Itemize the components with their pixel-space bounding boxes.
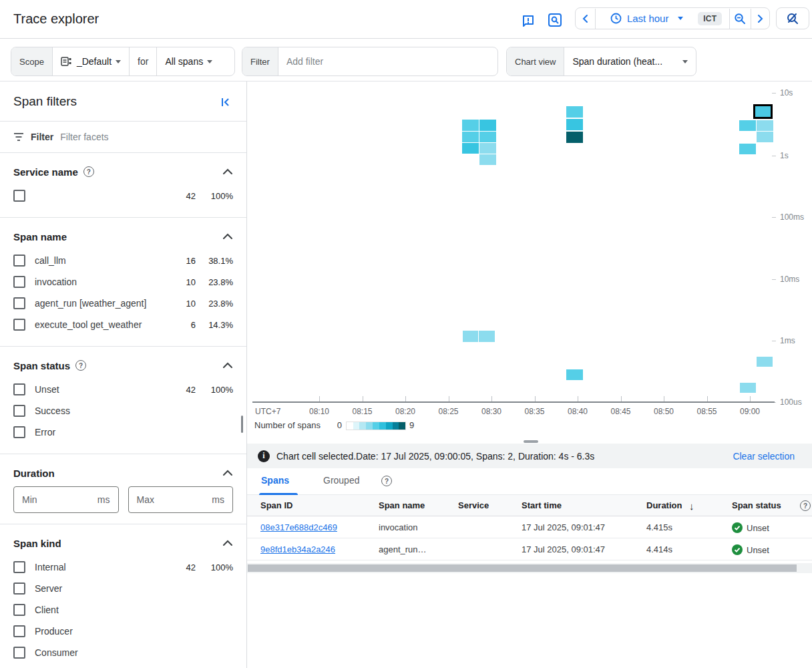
x-axis-label: 08:45 xyxy=(610,407,630,416)
facet-checkbox[interactable] xyxy=(13,255,25,267)
collapse-section-icon[interactable] xyxy=(222,233,233,240)
sidebar-scrollbar[interactable] xyxy=(241,415,243,433)
heatmap-cell[interactable] xyxy=(462,120,479,131)
time-range-dropdown[interactable]: Last hour xyxy=(596,8,698,29)
facet-section-header: Span status? xyxy=(13,357,233,373)
table-row[interactable]: 9e8fd1eb34a2a246agent_run…17 Jul 2025, 0… xyxy=(247,538,812,560)
heatmap-cell[interactable] xyxy=(479,120,496,131)
facet-sections: Service name?42100%Span namecall_llm1638… xyxy=(0,153,246,668)
zoom-disabled-button[interactable] xyxy=(776,7,809,29)
scope-label: Scope xyxy=(11,47,53,75)
chart-view-dropdown[interactable]: Span duration (heat... xyxy=(564,47,696,75)
duration-min-input[interactable]: Minms xyxy=(13,486,119,513)
span-scope-dropdown[interactable]: All spans xyxy=(156,47,220,75)
facet-checkbox[interactable] xyxy=(13,276,25,288)
facet-checkbox[interactable] xyxy=(13,405,25,417)
heatmap-cell[interactable] xyxy=(462,143,479,154)
sort-desc-icon[interactable]: ↓ xyxy=(689,500,694,512)
collapse-section-icon[interactable] xyxy=(222,470,233,476)
col-service[interactable]: Service xyxy=(458,500,489,510)
col-start-time[interactable]: Start time xyxy=(522,500,562,510)
facet-section-title: Span name xyxy=(13,231,67,242)
facet-checkbox[interactable] xyxy=(13,604,25,616)
heatmap-cell[interactable] xyxy=(566,132,583,143)
table-row[interactable]: 08e317e688d2c469invocation17 Jul 2025, 0… xyxy=(247,516,812,538)
chevron-down-icon xyxy=(682,60,688,63)
facet-checkbox[interactable] xyxy=(13,297,25,309)
screenshot-search-icon[interactable] xyxy=(547,12,563,28)
collapse-section-icon[interactable] xyxy=(222,540,233,546)
heatmap-cell[interactable] xyxy=(757,132,773,142)
heatmap-cell[interactable] xyxy=(757,357,773,367)
filter-icon xyxy=(13,132,24,142)
help-icon[interactable]: ? xyxy=(75,360,86,371)
heatmap-cell[interactable] xyxy=(479,154,496,165)
span-filters-panel: Span filters Filter Filter facets Servic… xyxy=(0,81,247,668)
collapse-panel-icon[interactable] xyxy=(218,95,233,110)
filter-input[interactable]: Add filter xyxy=(278,47,497,75)
heatmap-cell[interactable] xyxy=(740,383,756,393)
facet-checkbox[interactable] xyxy=(13,426,25,438)
clock-icon xyxy=(610,13,622,24)
scope-dropdown[interactable]: _Default xyxy=(53,47,129,75)
heatmap-cell[interactable] xyxy=(757,120,773,131)
facet-item-count: 42 xyxy=(172,562,196,572)
heatmap-cell[interactable] xyxy=(479,331,495,342)
heatmap-cell-selected[interactable] xyxy=(753,104,773,119)
facet-filter-placeholder: Filter facets xyxy=(60,132,108,142)
span-status-help-icon[interactable]: ? xyxy=(800,500,811,511)
facet-checkbox[interactable] xyxy=(13,190,25,202)
heatmap-cell[interactable] xyxy=(479,143,496,154)
col-span-name[interactable]: Span name xyxy=(379,500,425,510)
facet-item-percent: 38.1% xyxy=(196,256,233,266)
heatmap-cell[interactable] xyxy=(739,120,756,131)
facet-checkbox[interactable] xyxy=(13,383,25,395)
facet-item-label: Success xyxy=(35,405,172,416)
span-id-link[interactable]: 9e8fd1eb34a2a246 xyxy=(260,544,335,554)
facet-checkbox[interactable] xyxy=(13,625,25,637)
duration-cell: 4.415s xyxy=(646,522,672,532)
heatmap-cell[interactable] xyxy=(463,331,479,342)
x-axis-tick xyxy=(750,396,751,401)
status-ok-icon xyxy=(732,522,743,533)
facet-checkbox[interactable] xyxy=(13,582,25,595)
col-span-status[interactable]: Span status xyxy=(732,500,781,510)
table-hscrollbar-thumb[interactable] xyxy=(248,564,797,572)
facet-checkbox[interactable] xyxy=(13,647,25,659)
x-axis-label: 08:50 xyxy=(654,407,674,416)
time-forward-icon[interactable] xyxy=(751,8,769,29)
zoom-out-time-icon[interactable] xyxy=(730,8,751,29)
collapse-section-icon[interactable] xyxy=(222,168,233,175)
feedback-icon[interactable] xyxy=(520,13,536,29)
col-duration[interactable]: Duration xyxy=(646,500,682,510)
heatmap-cell[interactable] xyxy=(739,144,756,154)
facet-checkbox[interactable] xyxy=(13,319,25,331)
heatmap-cell[interactable] xyxy=(479,132,496,142)
y-axis-label: 1ms xyxy=(780,336,795,345)
y-axis-tick xyxy=(772,217,776,218)
duration-cell: 4.414s xyxy=(646,544,672,554)
heatmap-cell[interactable] xyxy=(566,369,583,380)
results-resize-handle[interactable] xyxy=(524,440,538,443)
duration-max-input[interactable]: Maxms xyxy=(128,486,234,513)
span-duration-heatmap[interactable]: 10s1s100ms10ms1ms100usUTC+708:1008:1508:… xyxy=(247,81,812,444)
timezone-badge[interactable]: ICT xyxy=(698,12,722,25)
grouped-help-icon[interactable]: ? xyxy=(381,476,392,486)
tab-grouped[interactable]: Grouped xyxy=(323,475,359,486)
span-id-link[interactable]: 08e317e688d2c469 xyxy=(260,522,337,532)
heatmap-cell[interactable] xyxy=(566,106,583,118)
collapse-section-icon[interactable] xyxy=(222,362,233,369)
col-span-id[interactable]: Span ID xyxy=(260,500,292,510)
x-axis-tick xyxy=(664,396,664,401)
heatmap-cell[interactable] xyxy=(462,132,479,142)
heatmap-cell[interactable] xyxy=(566,119,583,130)
x-axis-label: 08:30 xyxy=(481,407,501,416)
facet-checkbox[interactable] xyxy=(13,561,25,573)
tab-spans[interactable]: Spans xyxy=(261,475,289,486)
facet-item-row: Producer xyxy=(13,621,233,642)
facet-filter-row[interactable]: Filter Filter facets xyxy=(0,122,246,153)
time-back-icon[interactable] xyxy=(576,8,595,29)
clear-selection-link[interactable]: Clear selection xyxy=(733,451,795,462)
selection-message: Chart cell selected.Date: 17 Jul 2025, 0… xyxy=(276,451,594,462)
help-icon[interactable]: ? xyxy=(83,166,94,177)
